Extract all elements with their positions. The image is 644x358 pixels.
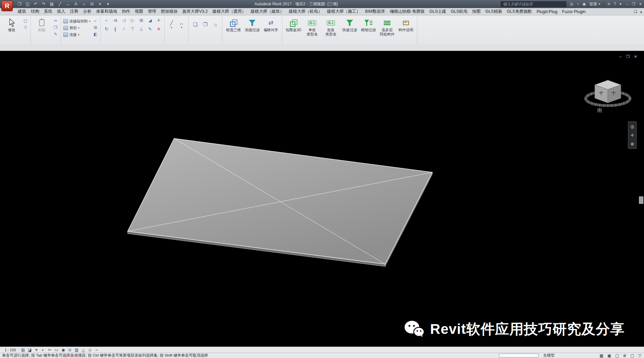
ribbon-tab[interactable]: Plugin'Plug [534,8,560,15]
measure-icon[interactable]: ╱ [57,2,63,6]
qat-customize-icon[interactable]: ▾ [105,2,111,6]
app-menu-button[interactable]: R [1,1,13,11]
thin-lines-icon[interactable]: ≡ [97,2,103,6]
ribbon-tab[interactable]: 建筑 [15,8,28,15]
ribbon-tab[interactable]: 分析 [81,8,94,15]
paste-button[interactable]: 粘贴 [32,17,51,32]
ribbon-tab[interactable]: 快图 [470,8,483,15]
undo-icon[interactable]: ↶ [33,2,39,6]
delete-icon[interactable]: ✕ [155,26,163,32]
ribbon-tab[interactable]: 结构 [28,8,42,15]
ribbon-tab[interactable]: Fuzor Plugin [560,8,588,15]
shadows-icon[interactable]: ◐ [40,348,47,352]
unpin-icon[interactable]: ⊥ [137,26,145,32]
ribbon-collapse-icon[interactable]: ▴ [640,9,642,14]
steering-wheel-icon[interactable]: ◎ [629,123,636,130]
bounding-box-3d-button[interactable]: 包围盒3D [284,17,303,32]
mirror-draw-icon[interactable]: ▷ [129,18,137,23]
ribbon-tab[interactable]: GLS精装 [483,8,504,15]
join-geometry-button[interactable]: 连接 ▾ [63,32,91,38]
exchange-apps-icon[interactable]: ✕ [607,2,611,6]
save-icon[interactable]: ◫ [25,2,30,6]
press-drag-checkbox[interactable]: ▢ [630,353,634,358]
batch-rename-type-button[interactable]: B-1 批改 类型名 [321,17,340,36]
ribbon-tab[interactable]: 视图 [133,8,146,15]
print-icon[interactable]: ▤ [49,2,55,6]
join-end-cut-button[interactable]: 连接端切割 ▾ [63,18,91,24]
exclude-options-icon[interactable]: ⊗ [623,353,626,358]
offset-align-button[interactable]: ⇄ 偏移对齐 [262,17,280,32]
load-family-icon[interactable]: ⌂ [210,17,220,32]
ribbon-panel-toggle-icon[interactable]: ❏ [634,9,637,14]
move-icon[interactable]: ✛ [155,18,163,23]
text-icon[interactable]: A [73,2,79,6]
help-menu-icon[interactable]: ▾ [620,2,622,6]
user-icon[interactable]: ◉ [582,2,586,6]
displacement-set-icon[interactable]: ◇ [87,348,93,352]
aligned-dimension-icon[interactable]: ↔ [65,2,71,6]
reveal-hidden-icon[interactable]: ⊙ [67,348,73,352]
ribbon-tab[interactable]: 插入 [55,8,68,15]
box-select-3d-button[interactable]: 框选三维 [224,17,243,32]
fine-filter-button[interactable]: 精细过滤 [359,17,378,32]
scale-icon[interactable]: ◢ [146,18,154,23]
select-multilayer-button[interactable]: 选多层 同处构件 [378,17,397,36]
default-3d-view-icon[interactable]: ⌂ [81,2,87,6]
pin-icon[interactable]: ⊤ [129,26,137,32]
split-element-icon[interactable]: ∥ [111,26,119,32]
select-filter-icon[interactable]: ▽ [22,24,29,31]
cut-geometry-button[interactable]: 剪切 ▾ [63,25,91,31]
mirror-pick-icon[interactable]: ◁ [120,18,128,23]
rotate-icon[interactable]: ↻ [102,26,111,32]
match-type-icon[interactable]: ✎ [146,26,154,32]
select-box-icon[interactable]: ▢ [22,18,29,24]
ribbon-tab[interactable]: 族库大师V3.2 [180,8,210,15]
ribbon-tab[interactable]: 建模大师（建筑） [248,8,286,15]
sun-path-icon[interactable]: ☀ [33,348,40,352]
ribbon-tab[interactable]: 橄榄山快模-免费版 [387,8,427,15]
communication-center-icon[interactable]: ◔ [577,2,579,6]
ribbon-tab[interactable]: 建模大师（机电） [286,8,325,15]
doc-close-icon[interactable]: ✕ [634,54,637,59]
worksets-icon[interactable]: ▦ [599,353,603,358]
open-icon[interactable]: ❐ [17,2,22,6]
search-input[interactable] [501,1,566,7]
active-option-checkbox[interactable]: ▢ [615,353,619,358]
temporary-view-properties-icon[interactable]: ▥ [73,348,80,352]
scrollbar-thumb[interactable] [639,196,643,204]
ribbon-tab[interactable]: 建模大师（施工） [325,8,363,15]
cope-icon[interactable]: ⌐ [92,18,99,24]
measure-tool-icon[interactable]: ╱ ▾ [166,17,176,32]
dimension-tool-icon[interactable]: ↔ ▾ [176,17,187,32]
component-notes-button[interactable]: 构件说明 [397,17,415,32]
create-group-icon[interactable]: ❏ [190,17,200,32]
copy-icon[interactable]: ❐ [52,24,59,31]
quick-filter-button[interactable]: 快速过滤 [340,17,359,32]
pan-tool-icon[interactable]: ✛ [629,131,636,139]
ribbon-tab[interactable]: GLS免费族酷 [504,8,534,15]
ribbon-tab[interactable]: 管理 [146,8,159,15]
match-properties-icon[interactable]: ✎ [52,31,59,37]
zoom-tool-icon[interactable]: ⊕ [629,140,636,147]
modify-button[interactable]: 修改 [2,17,21,32]
constraints-icon[interactable]: ⌐ [93,348,100,352]
window-close-icon[interactable]: ✕ [639,2,642,6]
crop-view-icon[interactable]: ✂ [47,348,53,352]
offset-icon[interactable]: ⇉ [111,18,119,23]
single-rename-type-button[interactable]: B-1 单改 类型名 [303,17,321,36]
ribbon-tab[interactable]: GLS机电 [448,8,470,15]
login-button[interactable]: 登录 ▾ [589,1,600,7]
cut-icon[interactable]: ✂ [52,18,59,24]
doc-minimize-icon[interactable]: – [619,54,622,59]
floor-slab[interactable] [128,138,432,264]
trim-extend-icon[interactable]: ∕ [120,26,128,32]
ribbon-tab[interactable]: 协作 [120,8,133,15]
section-icon[interactable]: ⊟ [89,2,95,6]
redo-icon[interactable]: ↷ [41,2,47,6]
visual-style-icon[interactable]: ◪ [26,348,33,352]
ribbon-tab[interactable]: 建模大师（通用） [210,8,248,15]
detail-level-icon[interactable]: ▤ [20,348,26,352]
create-similar-icon[interactable]: ❐ [200,17,210,32]
ribbon-tab[interactable]: GLS土建 [427,8,448,15]
show-crop-icon[interactable]: ▭ [53,348,60,352]
